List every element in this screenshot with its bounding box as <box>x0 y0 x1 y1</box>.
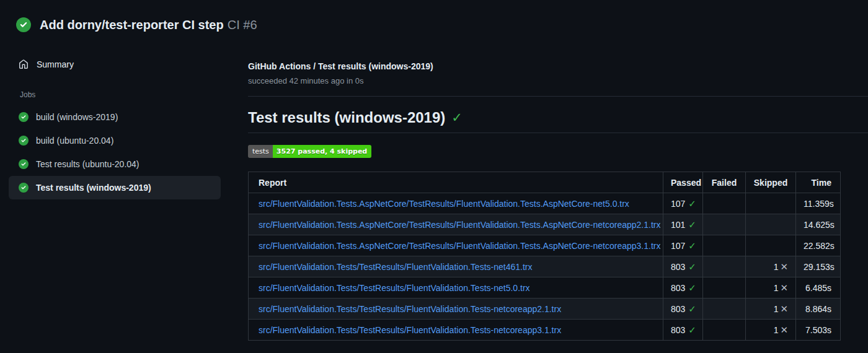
sidebar-job-item[interactable]: build (windows-2019) <box>9 105 221 129</box>
tests-badge-label: tests <box>248 145 273 158</box>
job-label: build (ubuntu-20.04) <box>36 136 113 146</box>
job-success-icon <box>19 136 29 146</box>
home-icon <box>19 59 29 69</box>
skipped-cell: 1✕ <box>746 277 796 299</box>
skipped-count: 1 <box>774 262 779 272</box>
skipped-x-icon: ✕ <box>780 325 788 335</box>
report-link[interactable]: src/FluentValidation.Tests.AspNetCore/Te… <box>259 199 629 209</box>
skipped-x-icon: ✕ <box>780 282 788 293</box>
passed-check-icon: ✓ <box>688 198 696 209</box>
report-link[interactable]: src/FluentValidation.Tests/TestResults/F… <box>259 262 532 272</box>
passed-cell: 803✓ <box>663 277 703 299</box>
time-cell: 29.153s <box>796 256 841 277</box>
sidebar-summary-label: Summary <box>37 59 74 69</box>
report-row: src/FluentValidation.Tests.AspNetCore/Te… <box>249 193 841 214</box>
time-cell: 8.864s <box>796 299 841 320</box>
job-label: Test results (ubuntu-20.04) <box>36 159 140 169</box>
passed-check-icon: ✓ <box>688 240 696 251</box>
skipped-cell: 1✕ <box>746 256 796 277</box>
passed-cell: 107✓ <box>663 235 703 256</box>
passed-count: 803 <box>671 262 685 272</box>
column-header-passed: Passed <box>663 172 703 193</box>
failed-cell <box>703 320 746 341</box>
skipped-count: 1 <box>774 325 779 335</box>
passed-cell: 803✓ <box>663 256 703 277</box>
report-row: src/FluentValidation.Tests/TestResults/F… <box>249 299 841 320</box>
passed-count: 803 <box>671 304 685 314</box>
report-row: src/FluentValidation.Tests/TestResults/F… <box>249 277 841 299</box>
column-header-skipped: Skipped <box>746 172 796 193</box>
passed-count: 803 <box>671 283 685 293</box>
run-header: Add dorny/test-reporter CI stepCI #6 <box>0 0 868 33</box>
report-link[interactable]: src/FluentValidation.Tests/TestResults/F… <box>259 325 561 335</box>
skipped-cell <box>746 214 796 235</box>
job-label: build (windows-2019) <box>36 112 118 122</box>
job-success-icon <box>19 159 29 169</box>
skipped-count: 1 <box>774 304 779 314</box>
skipped-x-icon: ✕ <box>780 303 788 314</box>
failed-cell <box>703 214 746 235</box>
time-cell: 11.359s <box>796 193 841 214</box>
report-cell: src/FluentValidation.Tests.AspNetCore/Te… <box>249 193 663 214</box>
report-cell: src/FluentValidation.Tests/TestResults/F… <box>249 299 663 320</box>
passed-cell: 803✓ <box>663 299 703 320</box>
jobs-section-label: Jobs <box>20 90 229 99</box>
check-run-heading: Test results (windows-2019) ✓ <box>248 108 868 127</box>
run-title-line: Add dorny/test-reporter CI stepCI #6 <box>40 16 257 33</box>
failed-cell <box>703 235 746 256</box>
passed-cell: 107✓ <box>663 193 703 214</box>
skipped-cell: 1✕ <box>746 299 796 320</box>
passed-check-icon: ✓ <box>688 261 696 272</box>
time-cell: 6.485s <box>796 277 841 299</box>
report-cell: src/FluentValidation.Tests/TestResults/F… <box>249 256 663 277</box>
skipped-cell <box>746 193 796 214</box>
report-cell: src/FluentValidation.Tests.AspNetCore/Te… <box>249 214 663 235</box>
column-header-failed: Failed <box>703 172 746 193</box>
passed-count: 101 <box>671 220 685 230</box>
report-cell: src/FluentValidation.Tests/TestResults/F… <box>249 277 663 299</box>
jobs-sidebar: Summary Jobs build (windows-2019)build (… <box>0 54 229 199</box>
report-link[interactable]: src/FluentValidation.Tests.AspNetCore/Te… <box>259 220 660 230</box>
table-header-row: ReportPassedFailedSkippedTime <box>249 172 841 193</box>
skipped-x-icon: ✕ <box>780 261 788 272</box>
passed-check-icon: ✓ <box>688 303 696 314</box>
check-run-breadcrumb: GitHub Actions / Test results (windows-2… <box>248 61 868 72</box>
check-run-title: Test results (windows-2019) <box>248 108 445 127</box>
column-header-report: Report <box>249 172 663 193</box>
passed-count: 107 <box>671 199 685 209</box>
failed-cell <box>703 299 746 320</box>
passed-count: 107 <box>671 241 685 251</box>
passed-check-icon: ✓ <box>688 282 696 293</box>
sidebar-item-summary[interactable]: Summary <box>9 54 229 74</box>
check-run-status-line: succeeded 42 minutes ago in 0s <box>248 76 868 85</box>
report-link[interactable]: src/FluentValidation.Tests.AspNetCore/Te… <box>259 241 660 251</box>
divider <box>248 96 868 97</box>
divider <box>248 133 868 133</box>
run-number: CI #6 <box>228 18 257 32</box>
passed-cell: 803✓ <box>663 320 703 341</box>
run-title: Add dorny/test-reporter CI step <box>40 18 224 32</box>
report-link[interactable]: src/FluentValidation.Tests/TestResults/F… <box>259 304 561 314</box>
sidebar-job-item[interactable]: build (ubuntu-20.04) <box>9 129 221 152</box>
sidebar-job-item[interactable]: Test results (windows-2019) <box>9 176 221 199</box>
failed-cell <box>703 277 746 299</box>
passed-check-icon: ✓ <box>688 219 696 230</box>
time-cell: 7.503s <box>796 320 841 341</box>
report-cell: src/FluentValidation.Tests/TestResults/F… <box>249 320 663 341</box>
time-cell: 14.625s <box>796 214 841 235</box>
check-run-panel: GitHub Actions / Test results (windows-2… <box>229 54 868 341</box>
tests-badge-value: 3527 passed, 4 skipped <box>273 145 371 158</box>
sidebar-job-item[interactable]: Test results (ubuntu-20.04) <box>9 152 221 176</box>
test-results-table: ReportPassedFailedSkippedTime src/Fluent… <box>248 172 841 341</box>
skipped-cell <box>746 235 796 256</box>
run-layout: Summary Jobs build (windows-2019)build (… <box>0 54 868 341</box>
time-cell: 22.582s <box>796 235 841 256</box>
failed-cell <box>703 256 746 277</box>
tests-badge[interactable]: tests3527 passed, 4 skipped <box>248 145 371 158</box>
passed-cell: 101✓ <box>663 214 703 235</box>
passed-count: 803 <box>671 325 685 335</box>
report-row: src/FluentValidation.Tests.AspNetCore/Te… <box>249 214 841 235</box>
job-success-icon <box>19 183 29 193</box>
report-row: src/FluentValidation.Tests.AspNetCore/Te… <box>249 235 841 256</box>
report-link[interactable]: src/FluentValidation.Tests/TestResults/F… <box>259 283 530 293</box>
